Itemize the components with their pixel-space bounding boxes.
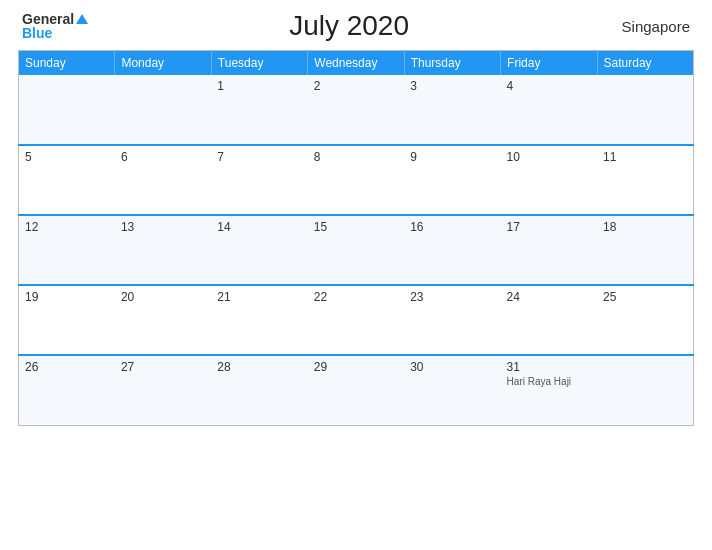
calendar-body: 1234567891011121314151617181920212223242… xyxy=(19,75,694,425)
weekday-tuesday: Tuesday xyxy=(211,51,307,76)
logo: General Blue xyxy=(22,12,88,40)
calendar-day-cell: 3 xyxy=(404,75,500,145)
calendar-day-cell: 21 xyxy=(211,285,307,355)
page: General Blue July 2020 Singapore Sunday … xyxy=(0,0,712,550)
day-number: 2 xyxy=(314,79,398,93)
day-number: 5 xyxy=(25,150,109,164)
day-number: 26 xyxy=(25,360,109,374)
calendar-day-cell: 28 xyxy=(211,355,307,425)
day-number: 27 xyxy=(121,360,205,374)
day-number: 30 xyxy=(410,360,494,374)
day-number: 24 xyxy=(507,290,591,304)
day-number: 4 xyxy=(507,79,591,93)
day-number: 23 xyxy=(410,290,494,304)
day-number: 18 xyxy=(603,220,687,234)
calendar-week-row: 262728293031Hari Raya Haji xyxy=(19,355,694,425)
weekday-friday: Friday xyxy=(501,51,597,76)
day-number: 3 xyxy=(410,79,494,93)
calendar-day-cell: 20 xyxy=(115,285,211,355)
calendar-week-row: 1234 xyxy=(19,75,694,145)
calendar-table: Sunday Monday Tuesday Wednesday Thursday… xyxy=(18,50,694,426)
calendar-day-cell: 19 xyxy=(19,285,115,355)
day-number: 9 xyxy=(410,150,494,164)
calendar-day-cell xyxy=(115,75,211,145)
day-number: 17 xyxy=(507,220,591,234)
day-number: 21 xyxy=(217,290,301,304)
logo-general-text: General xyxy=(22,12,74,26)
day-number: 12 xyxy=(25,220,109,234)
day-number: 25 xyxy=(603,290,687,304)
day-number: 14 xyxy=(217,220,301,234)
header: General Blue July 2020 Singapore xyxy=(18,10,694,42)
calendar-day-cell: 5 xyxy=(19,145,115,215)
day-number: 19 xyxy=(25,290,109,304)
calendar-day-cell: 26 xyxy=(19,355,115,425)
calendar-day-cell: 1 xyxy=(211,75,307,145)
calendar-week-row: 12131415161718 xyxy=(19,215,694,285)
calendar-day-cell: 16 xyxy=(404,215,500,285)
calendar-day-cell: 10 xyxy=(501,145,597,215)
calendar-day-cell: 29 xyxy=(308,355,404,425)
holiday-label: Hari Raya Haji xyxy=(507,376,591,387)
calendar-day-cell: 6 xyxy=(115,145,211,215)
calendar-week-row: 567891011 xyxy=(19,145,694,215)
calendar-day-cell: 4 xyxy=(501,75,597,145)
day-number: 1 xyxy=(217,79,301,93)
calendar-day-cell: 31Hari Raya Haji xyxy=(501,355,597,425)
weekday-saturday: Saturday xyxy=(597,51,693,76)
calendar-day-cell: 12 xyxy=(19,215,115,285)
calendar-day-cell: 11 xyxy=(597,145,693,215)
day-number: 7 xyxy=(217,150,301,164)
calendar-header: Sunday Monday Tuesday Wednesday Thursday… xyxy=(19,51,694,76)
calendar-week-row: 19202122232425 xyxy=(19,285,694,355)
weekday-row: Sunday Monday Tuesday Wednesday Thursday… xyxy=(19,51,694,76)
calendar-day-cell: 8 xyxy=(308,145,404,215)
calendar-day-cell: 2 xyxy=(308,75,404,145)
day-number: 6 xyxy=(121,150,205,164)
weekday-thursday: Thursday xyxy=(404,51,500,76)
weekday-monday: Monday xyxy=(115,51,211,76)
calendar-day-cell xyxy=(19,75,115,145)
calendar-day-cell: 15 xyxy=(308,215,404,285)
day-number: 16 xyxy=(410,220,494,234)
calendar-day-cell: 23 xyxy=(404,285,500,355)
day-number: 15 xyxy=(314,220,398,234)
calendar-day-cell: 27 xyxy=(115,355,211,425)
calendar-day-cell: 17 xyxy=(501,215,597,285)
day-number: 29 xyxy=(314,360,398,374)
calendar-day-cell: 14 xyxy=(211,215,307,285)
day-number: 31 xyxy=(507,360,591,374)
calendar-day-cell: 30 xyxy=(404,355,500,425)
calendar-title: July 2020 xyxy=(289,10,409,42)
logo-triangle-icon xyxy=(76,14,88,24)
weekday-sunday: Sunday xyxy=(19,51,115,76)
calendar-day-cell: 7 xyxy=(211,145,307,215)
country-label: Singapore xyxy=(610,18,690,35)
day-number: 28 xyxy=(217,360,301,374)
day-number: 8 xyxy=(314,150,398,164)
weekday-wednesday: Wednesday xyxy=(308,51,404,76)
logo-blue-text: Blue xyxy=(22,26,52,40)
calendar-day-cell xyxy=(597,355,693,425)
day-number: 11 xyxy=(603,150,687,164)
day-number: 10 xyxy=(507,150,591,164)
day-number: 13 xyxy=(121,220,205,234)
calendar-day-cell: 22 xyxy=(308,285,404,355)
day-number: 22 xyxy=(314,290,398,304)
calendar-day-cell: 18 xyxy=(597,215,693,285)
calendar-day-cell: 13 xyxy=(115,215,211,285)
calendar-day-cell: 25 xyxy=(597,285,693,355)
calendar-day-cell xyxy=(597,75,693,145)
calendar-day-cell: 24 xyxy=(501,285,597,355)
day-number: 20 xyxy=(121,290,205,304)
calendar-day-cell: 9 xyxy=(404,145,500,215)
